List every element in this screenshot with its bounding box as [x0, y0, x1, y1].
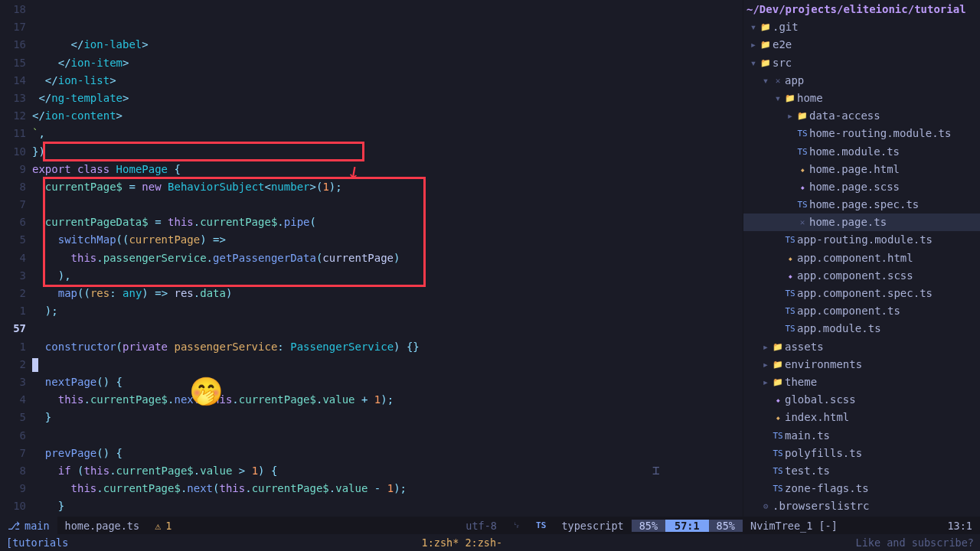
file-type-icon: ⬥: [795, 161, 809, 178]
tree-item-index-html[interactable]: ⬥index.html: [743, 409, 980, 426]
code-line[interactable]: </ion-item>: [32, 54, 743, 72]
file-tree-pane[interactable]: ~/Dev/projects/eliteionic/tutorial ▾📁.gi…: [743, 0, 980, 517]
file-type-icon: TS: [795, 196, 809, 214]
tree-item-main-ts[interactable]: TSmain.ts: [743, 427, 980, 445]
code-line[interactable]: }): [32, 143, 743, 161]
tree-buffer-label: NvimTree_1 [-]: [743, 520, 845, 532]
code-area[interactable]: </ion-label> </ion-item> </ion-list> </n…: [32, 0, 743, 517]
chevron-icon[interactable]: ▸: [760, 356, 771, 373]
code-line[interactable]: this.passengerService.getPassengerData(c…: [32, 249, 743, 267]
code-line[interactable]: `,: [32, 125, 743, 142]
line-number: 13: [0, 90, 26, 107]
tree-item-home-page-ts[interactable]: ✕home.page.ts: [743, 214, 980, 231]
tree-item-src[interactable]: ▾📁src: [743, 54, 980, 72]
file-type-icon: TS: [783, 302, 797, 320]
chevron-icon[interactable]: ▾: [748, 18, 759, 36]
line-number: 2: [0, 356, 26, 373]
chevron-icon[interactable]: ▸: [760, 373, 771, 391]
tree-item-environments[interactable]: ▸📁environments: [743, 356, 980, 373]
code-line[interactable]: [32, 356, 743, 373]
code-line[interactable]: export class HomePage {: [32, 161, 743, 178]
tree-label: app.component.scss: [797, 267, 913, 285]
line-number: 15: [0, 54, 26, 72]
line-number: 10: [0, 497, 26, 515]
editor-pane[interactable]: 1817161514131211109876543215712345678910…: [0, 0, 743, 517]
code-line[interactable]: </ng-template>: [32, 90, 743, 107]
tree-item-test-ts[interactable]: TStest.ts: [743, 462, 980, 480]
code-line[interactable]: }: [32, 515, 743, 517]
code-line[interactable]: }: [32, 497, 743, 515]
code-line[interactable]: map((res: any) => res.data): [32, 285, 743, 302]
tmux-right: Like and subscribe?: [856, 536, 974, 549]
tree-item-data-access[interactable]: ▸📁data-access: [743, 107, 980, 125]
tree-label: app.component.spec.ts: [797, 285, 933, 302]
diag-count: 1: [165, 520, 172, 532]
line-number: 4: [0, 249, 26, 267]
chevron-icon[interactable]: ▾: [748, 54, 759, 72]
tree-label: home-routing.module.ts: [809, 125, 951, 142]
file-type-icon: ✕: [771, 72, 785, 90]
code-line[interactable]: currentPage$ = new BehaviorSubject<numbe…: [32, 178, 743, 196]
tree-item-home-page-spec-ts[interactable]: TShome.page.spec.ts: [743, 196, 980, 214]
tree-item-home-module-ts[interactable]: TShome.module.ts: [743, 143, 980, 161]
tree-item-assets[interactable]: ▸📁assets: [743, 338, 980, 356]
code-line[interactable]: this.currentPage$.next(this.currentPage$…: [32, 391, 743, 409]
tree-item-zone-flags-ts[interactable]: TSzone-flags.ts: [743, 480, 980, 497]
code-line[interactable]: if (this.currentPage$.value > 1) {: [32, 462, 743, 480]
tree-item-home-page-scss[interactable]: ⬥home.page.scss: [743, 178, 980, 196]
tree-item-global-scss[interactable]: ⬥global.scss: [743, 391, 980, 409]
code-line[interactable]: [32, 196, 743, 214]
line-number: 3: [0, 267, 26, 285]
filename-segment: home.page.ts: [57, 517, 148, 534]
tree-item--browserslistrc[interactable]: ⚙.browserslistrc: [743, 497, 980, 515]
code-line[interactable]: );: [32, 302, 743, 320]
tree-item-app-component-html[interactable]: ⬥app.component.html: [743, 249, 980, 267]
tree-item-home-routing-module-ts[interactable]: TShome-routing.module.ts: [743, 125, 980, 142]
file-type-icon: ⬥: [783, 249, 797, 267]
code-line[interactable]: constructor(private passengerService: Pa…: [32, 338, 743, 356]
tree-label: home.page.spec.ts: [809, 196, 919, 214]
code-line[interactable]: </ion-list>: [32, 72, 743, 90]
tree-item-home[interactable]: ▾📁home: [743, 90, 980, 107]
code-line[interactable]: prevPage() {: [32, 445, 743, 462]
tree-item-polyfills-ts[interactable]: TSpolyfills.ts: [743, 445, 980, 462]
main-area: 1817161514131211109876543215712345678910…: [0, 0, 980, 517]
tree-item-app-component-spec-ts[interactable]: TSapp.component.spec.ts: [743, 285, 980, 302]
file-type-icon: TS: [771, 480, 785, 497]
tree-item-theme[interactable]: ▸📁theme: [743, 373, 980, 391]
tree-label: home: [797, 90, 823, 107]
code-line[interactable]: </ion-content>: [32, 107, 743, 125]
file-type-icon: ⬥: [771, 409, 785, 426]
chevron-icon[interactable]: ▾: [773, 90, 783, 107]
tree-label: environments: [785, 356, 862, 373]
code-line[interactable]: ),: [32, 267, 743, 285]
tree-item-home-page-html[interactable]: ⬥home.page.html: [743, 161, 980, 178]
line-number: 6: [0, 427, 26, 445]
tree-item--git[interactable]: ▾📁.git: [743, 18, 980, 36]
language-segment: TS typescript: [528, 517, 632, 534]
chevron-icon[interactable]: ▸: [785, 107, 795, 125]
tree-item-e2e[interactable]: ▸📁e2e: [743, 36, 980, 54]
chevron-icon[interactable]: ▸: [748, 36, 759, 54]
tree-label: app-routing.module.ts: [797, 231, 933, 249]
chevron-icon[interactable]: ▾: [760, 72, 771, 90]
code-line[interactable]: }: [32, 409, 743, 426]
tree-label: test.ts: [785, 462, 830, 480]
percent-segment: 85%: [632, 520, 665, 532]
code-line[interactable]: this.currentPage$.next(this.currentPage$…: [32, 480, 743, 497]
chevron-icon[interactable]: ▸: [760, 338, 771, 356]
tree-item-app-module-ts[interactable]: TSapp.module.ts: [743, 320, 980, 337]
code-line[interactable]: currentPageData$ = this.currentPage$.pip…: [32, 214, 743, 231]
code-line[interactable]: [32, 427, 743, 445]
tree-item-app[interactable]: ▾✕app: [743, 72, 980, 90]
code-line[interactable]: [32, 320, 743, 337]
code-line[interactable]: </ion-label>: [32, 36, 743, 54]
file-type-icon: TS: [783, 231, 797, 249]
file-type-icon: TS: [771, 445, 785, 462]
tree-item-app-component-scss[interactable]: ⬥app.component.scss: [743, 267, 980, 285]
tree-item-app-routing-module-ts[interactable]: TSapp-routing.module.ts: [743, 231, 980, 249]
code-line[interactable]: nextPage() {: [32, 373, 743, 391]
branch-name: main: [24, 520, 50, 532]
tree-item-app-component-ts[interactable]: TSapp.component.ts: [743, 302, 980, 320]
code-line[interactable]: switchMap((currentPage) =>: [32, 231, 743, 249]
